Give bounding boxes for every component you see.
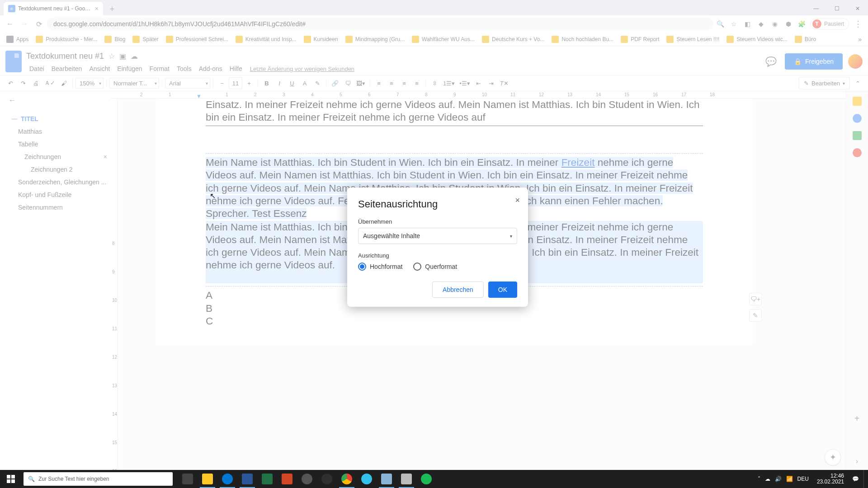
- spotify-icon[interactable]: [417, 470, 436, 488]
- tray-network-icon[interactable]: 📶: [786, 476, 793, 482]
- task-view-button[interactable]: [178, 470, 197, 488]
- word-icon[interactable]: [238, 470, 257, 488]
- taskbar-clock[interactable]: 12:46 23.02.2021: [813, 473, 848, 485]
- edge-icon[interactable]: [218, 470, 237, 488]
- tray-lang[interactable]: DEU: [797, 476, 809, 482]
- generic-app-icon[interactable]: [297, 470, 316, 488]
- radio-unchecked-icon: [413, 263, 421, 271]
- apply-to-select[interactable]: Ausgewählte Inhalte ▾: [358, 228, 517, 244]
- chevron-down-icon: ▾: [510, 234, 512, 239]
- cancel-button[interactable]: Abbrechen: [432, 282, 484, 298]
- notepad-icon[interactable]: [377, 470, 396, 488]
- tray-cloud-icon[interactable]: ☁: [765, 476, 770, 482]
- edge2-icon[interactable]: [357, 470, 376, 488]
- tray-volume-icon[interactable]: 🔊: [775, 476, 782, 482]
- page-orientation-dialog: × Seitenausrichtung Übernehmen Ausgewähl…: [347, 188, 528, 307]
- start-button[interactable]: [0, 470, 22, 488]
- radio-landscape[interactable]: Querformat: [413, 263, 457, 271]
- orientation-label: Ausrichtung: [358, 252, 517, 259]
- powerpoint-icon[interactable]: [278, 470, 297, 488]
- show-desktop-button[interactable]: [863, 470, 866, 488]
- file-explorer-icon[interactable]: [198, 470, 217, 488]
- tray-chevron-icon[interactable]: ˄: [758, 476, 760, 482]
- action-center-icon[interactable]: 💬: [852, 476, 859, 482]
- radio-checked-icon: [358, 263, 366, 271]
- taskbar-search-box[interactable]: 🔍 Zur Suche Text hier eingeben: [24, 472, 173, 486]
- windows-taskbar: 🔍 Zur Suche Text hier eingeben ˄ ☁ 🔊 📶 D…: [0, 470, 868, 488]
- notepad2-icon[interactable]: [397, 470, 416, 488]
- obs-icon[interactable]: [317, 470, 336, 488]
- dialog-title: Seitenausrichtung: [358, 198, 517, 210]
- apply-to-label: Übernehmen: [358, 218, 517, 225]
- chrome-icon[interactable]: [337, 470, 356, 488]
- dialog-close-button[interactable]: ×: [515, 196, 520, 205]
- ok-button[interactable]: OK: [488, 282, 517, 298]
- search-icon: 🔍: [28, 476, 35, 482]
- excel-icon[interactable]: [258, 470, 277, 488]
- radio-portrait[interactable]: Hochformat: [358, 263, 402, 271]
